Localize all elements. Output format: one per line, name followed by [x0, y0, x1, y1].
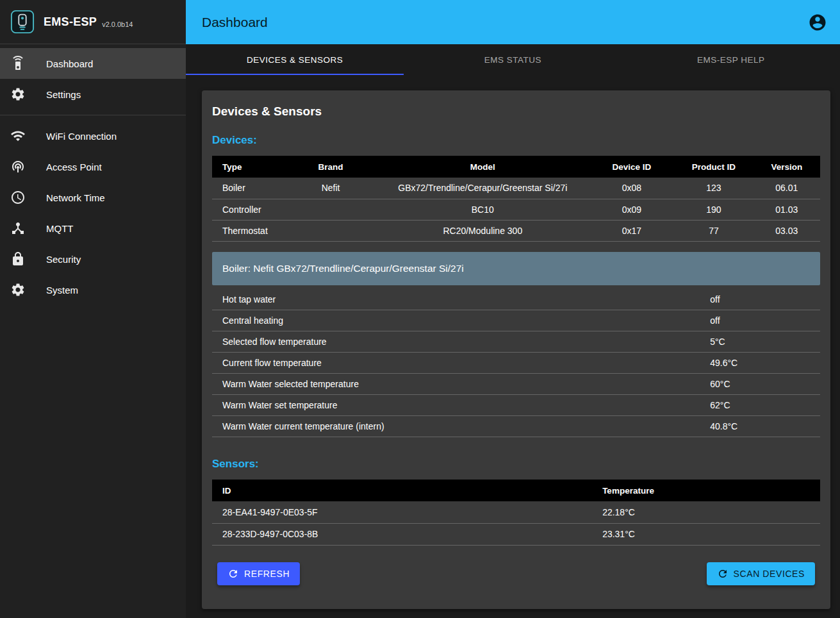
value-label: Hot tap water	[212, 289, 710, 310]
value-label: Warm Water selected temperature	[212, 374, 710, 395]
devices-body: BoilerNefitGBx72/Trendline/Cerapur/Green…	[212, 178, 820, 241]
column-header: Product ID	[674, 156, 753, 178]
table-row: ThermostatRC20/Moduline 3000x177703.03	[212, 220, 820, 241]
button-row: REFRESH SCAN DEVICES	[212, 562, 820, 585]
table-cell: Controller	[212, 199, 285, 220]
sidebar-item-label: Network Time	[46, 192, 105, 203]
value-label: Current flow temperature	[212, 353, 710, 374]
sidebar-menu: DashboardSettingsWiFi ConnectionAccess P…	[0, 44, 186, 309]
table-cell: 190	[674, 199, 753, 220]
sidebar-item-label: Settings	[46, 89, 81, 100]
refresh-icon	[717, 568, 729, 580]
boiler-banner: Boiler: Nefit GBx72/Trendline/Cerapur/Gr…	[212, 252, 820, 285]
value-label: Selected flow temperature	[212, 331, 710, 353]
table-row: 28-233D-9497-0C03-8B23.31°C	[212, 523, 820, 545]
column-header: Model	[376, 156, 589, 178]
value-text: 60°C	[710, 374, 820, 395]
sensors-table: IDTemperature 28-EA41-9497-0E03-5F22.18°…	[212, 480, 820, 546]
sidebar-item-dashboard[interactable]: Dashboard	[0, 48, 186, 79]
scan-devices-button-label: SCAN DEVICES	[734, 569, 805, 579]
sidebar-item-mqtt[interactable]: MQTT	[0, 213, 186, 244]
antenna-icon	[10, 159, 26, 174]
sidebar-item-system[interactable]: System	[0, 274, 186, 305]
content: Devices & Sensors Devices: TypeBrandMode…	[186, 75, 840, 618]
value-text: 5°C	[710, 331, 820, 353]
scan-devices-button[interactable]: SCAN DEVICES	[707, 562, 815, 585]
main: Dashboard DEVICES & SENSORSEMS STATUSEMS…	[186, 0, 840, 618]
column-header: ID	[212, 480, 592, 501]
sidebar-item-wifi-connection[interactable]: WiFi Connection	[0, 121, 186, 151]
table-cell: 77	[674, 220, 753, 241]
app-version: v2.0.0b14	[102, 21, 133, 28]
value-label: Central heating	[212, 310, 710, 331]
column-header: Version	[754, 156, 820, 178]
value-text: off	[710, 289, 820, 310]
hub-icon	[10, 221, 26, 236]
table-cell: 28-233D-9497-0C03-8B	[212, 523, 592, 545]
table-cell: 0x08	[589, 178, 674, 199]
refresh-button-label: REFRESH	[244, 569, 290, 579]
table-cell: 0x09	[589, 199, 674, 220]
gear-icon	[10, 87, 26, 102]
sidebar-item-label: Security	[46, 254, 81, 265]
tab-ems-esp-help[interactable]: EMS-ESP HELP	[622, 44, 840, 75]
account-circle-icon[interactable]	[808, 13, 827, 32]
wifi-icon	[10, 128, 26, 144]
tab-label: EMS STATUS	[484, 55, 541, 65]
sidebar-item-network-time[interactable]: Network Time	[0, 182, 186, 213]
devices-sensors-card: Devices & Sensors Devices: TypeBrandMode…	[202, 90, 830, 609]
table-row: BoilerNefitGBx72/Trendline/Cerapur/Green…	[212, 178, 820, 199]
value-label: Warm Water current temperature (intern)	[212, 416, 710, 437]
boiler-value-row: Warm Water current temperature (intern)4…	[212, 416, 820, 437]
table-cell: 28-EA41-9497-0E03-5F	[212, 501, 592, 523]
card-title: Devices & Sensors	[212, 104, 820, 119]
table-row: ControllerBC100x0919001.03	[212, 199, 820, 220]
boiler-values-table: Hot tap wateroffCentral heatingoffSelect…	[212, 289, 820, 438]
tab-label: DEVICES & SENSORS	[247, 55, 343, 65]
table-cell: Boiler	[212, 178, 285, 199]
tab-label: EMS-ESP HELP	[697, 55, 765, 65]
table-cell	[285, 199, 376, 220]
sidebar-item-settings[interactable]: Settings	[0, 79, 186, 110]
sidebar-item-label: MQTT	[46, 223, 74, 234]
value-text: off	[710, 310, 820, 331]
refresh-icon	[227, 568, 239, 580]
table-cell: 22.18°C	[592, 501, 820, 523]
column-header: Device ID	[589, 156, 674, 178]
boiler-value-row: Central heatingoff	[212, 310, 820, 331]
table-cell: Nefit	[285, 178, 376, 199]
table-cell: 23.31°C	[592, 523, 820, 545]
devices-header-row: TypeBrandModelDevice IDProduct IDVersion	[212, 156, 820, 178]
sidebar: EMS-ESP v2.0.0b14 DashboardSettingsWiFi …	[0, 0, 186, 618]
page-title: Dashboard	[202, 15, 268, 30]
devices-heading: Devices:	[212, 134, 820, 147]
refresh-button[interactable]: REFRESH	[217, 562, 300, 585]
value-text: 40.8°C	[710, 416, 820, 437]
sidebar-item-label: Dashboard	[46, 58, 93, 69]
value-text: 62°C	[710, 395, 820, 416]
tab-devices-sensors[interactable]: DEVICES & SENSORS	[186, 44, 404, 75]
value-label: Warm Water set temperature	[212, 395, 710, 416]
tabs: DEVICES & SENSORSEMS STATUSEMS-ESP HELP	[186, 44, 840, 75]
table-cell: 01.03	[754, 199, 820, 220]
sidebar-item-security[interactable]: Security	[0, 244, 186, 274]
sidebar-item-label: System	[46, 285, 78, 296]
lock-icon	[10, 251, 26, 267]
value-text: 49.6°C	[710, 353, 820, 374]
boiler-value-row: Warm Water selected temperature60°C	[212, 374, 820, 395]
sensors-body: 28-EA41-9497-0E03-5F22.18°C28-233D-9497-…	[212, 501, 820, 545]
table-cell: 0x17	[589, 220, 674, 241]
table-cell: RC20/Moduline 300	[376, 220, 589, 241]
table-cell: GBx72/Trendline/Cerapur/Greenstar Si/27i	[376, 178, 589, 199]
column-header: Type	[212, 156, 285, 178]
devices-table: TypeBrandModelDevice IDProduct IDVersion…	[212, 156, 820, 242]
tab-ems-status[interactable]: EMS STATUS	[404, 44, 622, 75]
app-title: EMS-ESP	[44, 15, 97, 29]
boiler-value-row: Selected flow temperature5°C	[212, 331, 820, 353]
boiler-value-row: Warm Water set temperature62°C	[212, 395, 820, 416]
table-cell	[285, 220, 376, 241]
boiler-value-row: Hot tap wateroff	[212, 289, 820, 310]
boiler-values-body: Hot tap wateroffCentral heatingoffSelect…	[212, 289, 820, 437]
sidebar-item-access-point[interactable]: Access Point	[0, 151, 186, 182]
sidebar-item-label: WiFi Connection	[46, 131, 117, 142]
